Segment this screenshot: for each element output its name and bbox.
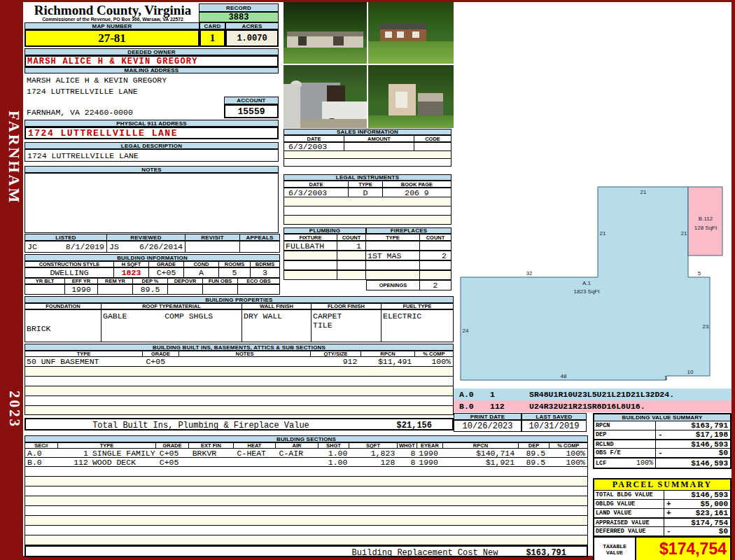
deeded-owner-value: MARSH ALICE H & KEVIN GREGORY <box>24 55 279 67</box>
visits-values: JC 8/1/2019 JS 6/26/2014 <box>24 241 280 253</box>
bs-heat-label: HEAT <box>234 442 276 449</box>
vs-row-rclnd: RCLND $146,593 <box>594 440 730 449</box>
appeals-label: APPEALS <box>240 234 280 241</box>
replacement-cost-value: $163,791 <box>488 548 566 558</box>
reviewed-by: JS <box>109 242 119 251</box>
yrblt-label: YR BLT <box>24 278 65 284</box>
building-sections-empty-row <box>24 477 588 486</box>
taxable-value-label: TAXABLE VALUE <box>594 538 636 560</box>
building-info-header1: CONSTRUCTION STYLE H SQFT GRADE COND ROO… <box>24 261 280 267</box>
ps-row-land: LAND VALUE + $23,161 <box>594 509 730 518</box>
listed-label: LISTED <box>24 234 107 241</box>
legal-description-value: 1724 LUTTRELLVILLE LANE <box>24 149 279 162</box>
sketch-code-a-string: SR48U1R10U23L5U21L21D21L32D24. <box>529 390 674 399</box>
ps-row-totalbldg: TOTAL BLDG VALUE $146,593 <box>594 491 730 500</box>
building-properties-header: FOUNDATION ROOF TYPE/MATERIAL WALL FINIS… <box>24 303 454 309</box>
acres-value: 1.0070 <box>225 29 279 47</box>
grade-label: GRADE <box>149 261 184 267</box>
bi-qty-label: QTY/SIZE <box>311 351 361 357</box>
svg-text:10: 10 <box>687 369 694 375</box>
plumbing-count-value: 1 <box>337 241 366 250</box>
legal-instruments-header: DATE TYPE BOOK PAGE <box>284 181 451 188</box>
sales-empty-row <box>284 159 451 167</box>
visits-header: LISTED REVIEWED REVISIT APPEALS <box>24 234 280 241</box>
svg-text:48: 48 <box>561 373 567 379</box>
built-ins-total-row: Total Built Ins, Plumbing & Fireplace Va… <box>24 418 454 430</box>
photo-house-front <box>284 2 367 64</box>
built-ins-empty-row <box>24 386 454 396</box>
fuel-type-value: ELECTRIC <box>383 312 421 321</box>
mailing-address-label: MAILING ADDRESS <box>24 67 279 74</box>
svg-text:24: 24 <box>463 328 469 334</box>
roof-material-value: COMP SHGLS <box>164 312 213 321</box>
sidebar-year-label: 2023 <box>2 391 23 454</box>
record-label: RECORD <box>199 4 279 12</box>
bs-grade-label: GRADE <box>156 442 189 449</box>
fuel-type-label: FUEL TYPE <box>382 303 454 309</box>
plumbing-fixture-label: FIXTURE <box>284 234 337 241</box>
hsqft-label: H SQFT <box>114 261 149 267</box>
parcel-summary: PARCEL SUMMARY TOTAL BLDG VALUE $146,593… <box>593 478 732 560</box>
bs-air-label: AIR <box>276 442 318 449</box>
built-ins-empty-row <box>24 367 454 377</box>
bs-dep-label: DEP <box>519 442 550 449</box>
deeded-owner-label: DEEDED OWNER <box>24 48 279 55</box>
building-information-title: BUILDING INFORMATION <box>24 254 280 261</box>
bi-rpcn-value: $11,491 <box>360 357 414 366</box>
notes-label: NOTES <box>24 166 279 173</box>
taxable-value-amount: $174,754 <box>636 538 730 560</box>
ps-row-deferred: DEFERRED VALUE - $0 <box>594 527 730 536</box>
foundation-label: FOUNDATION <box>24 303 102 309</box>
roof-type-value: GABLE <box>103 312 164 321</box>
photo-garage-truck <box>284 65 367 128</box>
vs-row-rpcn: RPCN $163,791 <box>594 421 730 430</box>
li-bookpage-label: BOOK PAGE <box>383 181 451 188</box>
plumbing-header: FIXTURE COUNT TYPE COUNT <box>284 234 451 241</box>
ps-row-taxable: TAXABLE VALUE $174,754 <box>594 536 730 560</box>
map-number-value: 27-81 <box>24 29 200 47</box>
photo-shed-carport <box>368 65 454 128</box>
last-saved-value: 10/31/2019 <box>522 420 587 432</box>
svg-text:1: 1 <box>664 374 668 381</box>
listed-by: JC <box>27 242 37 251</box>
fireplaces-row-1: 1ST MAS 2 <box>284 251 451 260</box>
bs-sec-label: SEC# <box>24 442 58 449</box>
fireplaces-type-value: 1ST MAS <box>366 251 420 260</box>
print-date-label: PRINT DATE <box>454 413 522 420</box>
legal-instruments-row: 6/3/2003 D 206 9 <box>284 188 451 197</box>
bi-comp-label: % COMP <box>415 351 454 357</box>
floor-finish-value-1: CARPET <box>313 312 342 321</box>
bi-rpcn-label: RPCN <box>361 351 415 357</box>
card-value: 1 <box>200 29 225 47</box>
plumbing-empty-row <box>284 260 451 270</box>
building-sections-empty-row <box>24 467 588 477</box>
building-info-values1: DWELLING 1823 C+05 A 5 3 <box>24 267 280 278</box>
building-value-summary-title: BUILDING VALUE SUMMARY <box>594 414 730 421</box>
bi-notes-label: NOTES <box>179 351 311 357</box>
building-properties-values: BRICK GABLE COMP SHGLS DRY WALL CARPET T… <box>24 309 454 342</box>
svg-text:A.1: A.1 <box>582 280 592 286</box>
construction-style-value: DWELLING <box>25 268 114 277</box>
sketch-code-b-sec: B.0 <box>459 402 474 411</box>
building-sections-empty-row <box>24 486 588 496</box>
openings-value: 2 <box>420 281 451 290</box>
openings-label: OPENINGS <box>367 281 420 290</box>
physical-address-label: PHYSICAL 911 ADDRESS <box>24 120 279 127</box>
bi-type-label: TYPE <box>24 351 143 357</box>
dep-pct-label: DEP % <box>133 278 168 284</box>
building-sections-empty-row <box>24 536 588 545</box>
floor-finish-label: FLOOR FINISH <box>312 303 382 309</box>
construction-style-label: CONSTRUCTION STYLE <box>24 261 114 267</box>
plumbing-count-label: COUNT <box>337 234 366 241</box>
cond-label: COND <box>184 261 219 267</box>
last-saved-label: LAST SAVED <box>522 413 587 420</box>
remyr-value <box>98 285 133 294</box>
legal-instruments-empty-row <box>284 216 451 225</box>
ecoobs-label: ECO OBS <box>238 278 280 284</box>
commissioner-line: Commissioner of the Revenue, PO Box 366,… <box>27 17 198 22</box>
legal-instruments-title: LEGAL INSTRUMENTS <box>284 174 451 181</box>
svg-text:21: 21 <box>640 189 647 195</box>
mail-street: 1724 LUTTRELLVILLE LANE <box>27 87 138 96</box>
hsqft-value: 1823 <box>114 268 149 277</box>
built-ins-empty-row <box>24 406 454 415</box>
